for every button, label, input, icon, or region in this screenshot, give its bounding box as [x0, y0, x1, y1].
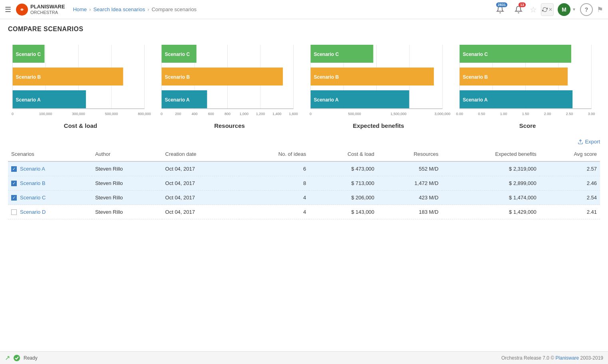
row-resources-1: 1,472 M/D	[378, 176, 442, 191]
svg-text:1,600: 1,600	[289, 112, 298, 116]
row-resources-0: 552 M/D	[378, 161, 442, 176]
row-author-1: Steven Rillo	[92, 176, 162, 191]
row-name-0: ✓Scenario A	[8, 161, 92, 176]
activity-button[interactable]: 2831	[493, 2, 507, 17]
status-left: ↗ Ready	[5, 354, 38, 362]
header: ☰ PLANISWARE ORCHESTRA Home › Search Ide…	[0, 0, 608, 19]
ready-icon	[13, 354, 20, 362]
svg-text:Scenario C: Scenario C	[165, 52, 190, 57]
chart-0: Scenario CScenario BScenario A0100,00030…	[8, 41, 153, 129]
svg-text:1,200: 1,200	[256, 112, 265, 116]
col-header-2: Creation date	[162, 147, 239, 161]
row-checkbox-1[interactable]: ✓	[11, 181, 17, 186]
svg-text:0: 0	[161, 112, 163, 116]
svg-text:200: 200	[175, 112, 181, 116]
row-date-0: Oct 04, 2017	[162, 161, 239, 176]
svg-text:800,000: 800,000	[138, 112, 151, 116]
row-date-1: Oct 04, 2017	[162, 176, 239, 191]
svg-text:1,000: 1,000	[239, 112, 248, 116]
row-score-0: 2.57	[540, 161, 600, 176]
chart-title-0: Cost & load	[64, 122, 97, 129]
svg-text:2.00: 2.00	[544, 112, 551, 116]
svg-text:2.50: 2.50	[566, 112, 573, 116]
row-benefits-0: $ 2,319,000	[442, 161, 540, 176]
row-date-3: Oct 04, 2017	[162, 205, 239, 219]
row-author-3: Steven Rillo	[92, 205, 162, 219]
flag-button[interactable]: ⚑	[597, 5, 603, 14]
col-header-6: Expected benefits	[442, 147, 540, 161]
table-row: Scenario DSteven RilloOct 04, 20174$ 143…	[8, 205, 600, 219]
row-score-2: 2.54	[540, 191, 600, 205]
row-cost-3: $ 143,000	[309, 205, 378, 219]
col-header-0: Scenarios	[8, 147, 92, 161]
breadcrumb-home[interactable]: Home	[73, 6, 87, 12]
export-button[interactable]: Export	[578, 139, 600, 145]
svg-text:1.00: 1.00	[500, 112, 507, 116]
menu-icon[interactable]: ☰	[5, 5, 11, 14]
main-content: COMPARE SCENARIOS Scenario CScenario BSc…	[0, 19, 608, 351]
svg-text:0: 0	[12, 112, 14, 116]
row-checkbox-3[interactable]	[11, 209, 17, 215]
row-checkbox-2[interactable]: ✓	[11, 195, 17, 201]
breadcrumb-search[interactable]: Search Idea scenarios	[93, 6, 145, 12]
svg-text:Scenario A: Scenario A	[314, 97, 339, 103]
row-ideas-0: 6	[239, 161, 309, 176]
breadcrumb-sep1: ›	[89, 6, 91, 12]
svg-text:1,500,000: 1,500,000	[390, 112, 406, 116]
favorite-button[interactable]: ☆	[530, 5, 537, 14]
planisware-link[interactable]: Planisware	[556, 355, 579, 361]
avatar-dropdown-icon: ▼	[572, 7, 576, 12]
notification-badge: 13	[519, 2, 526, 7]
close-icon: ✕	[548, 7, 552, 12]
row-ideas-1: 8	[239, 176, 309, 191]
row-benefits-2: $ 1,474,000	[442, 191, 540, 205]
scenarios-table: ScenariosAuthorCreation dateNo. of ideas…	[8, 147, 600, 219]
row-score-3: 2.41	[540, 205, 600, 219]
chart-title-2: Expected benefits	[353, 122, 404, 129]
svg-text:1,400: 1,400	[272, 112, 282, 116]
notification-button[interactable]: 13	[511, 2, 526, 17]
header-right: 2831 13 ☆ ✕ M ▼ ? ⚑	[493, 2, 603, 17]
row-name-3: Scenario D	[8, 205, 92, 219]
svg-text:500,000: 500,000	[348, 112, 361, 116]
table-actions: Export	[8, 139, 600, 145]
breadcrumb: Home › Search Idea scenarios › Compare s…	[73, 6, 493, 12]
svg-text:800: 800	[225, 112, 230, 116]
row-author-2: Steven Rillo	[92, 191, 162, 205]
row-checkbox-0[interactable]: ✓	[11, 166, 17, 172]
row-score-1: 2.46	[540, 176, 600, 191]
charts-row: Scenario CScenario BScenario A0100,00030…	[8, 41, 600, 129]
row-resources-2: 423 M/D	[378, 191, 442, 205]
chart-3: Scenario CScenario BScenario A0.000.501.…	[455, 41, 600, 129]
activity-badge: 2831	[496, 2, 507, 7]
page-title: COMPARE SCENARIOS	[8, 26, 600, 33]
status-version: Orchestra Release 7.0 © Planisware 2003-…	[501, 355, 603, 361]
row-ideas-3: 4	[239, 205, 309, 219]
table-row: ✓Scenario BSteven RilloOct 04, 20178$ 71…	[8, 176, 600, 191]
sync-button[interactable]: ✕	[541, 3, 554, 16]
row-cost-2: $ 206,000	[309, 191, 378, 205]
col-header-7: Avg score	[540, 147, 600, 161]
row-cost-0: $ 473,000	[309, 161, 378, 176]
user-avatar: M	[558, 3, 570, 16]
help-button[interactable]: ?	[580, 3, 593, 16]
table-row: ✓Scenario CSteven RilloOct 04, 20174$ 20…	[8, 191, 600, 205]
svg-text:400: 400	[191, 112, 197, 116]
col-header-5: Resources	[378, 147, 442, 161]
row-benefits-1: $ 2,899,000	[442, 176, 540, 191]
logo-icon	[16, 4, 28, 16]
svg-text:Scenario B: Scenario B	[16, 74, 41, 80]
svg-text:Scenario A: Scenario A	[16, 97, 41, 103]
svg-text:Scenario C: Scenario C	[314, 52, 339, 57]
row-author-0: Steven Rillo	[92, 161, 162, 176]
svg-point-75	[14, 355, 20, 361]
row-benefits-3: $ 1,429,000	[442, 205, 540, 219]
row-name-2: ✓Scenario C	[8, 191, 92, 205]
status-text: Ready	[24, 355, 38, 361]
user-menu[interactable]: M ▼	[558, 3, 576, 16]
svg-text:600: 600	[208, 112, 214, 116]
chart-2: Scenario CScenario BScenario A0500,0001,…	[306, 41, 451, 129]
status-icon: ↗	[5, 354, 10, 362]
svg-text:100,000: 100,000	[39, 112, 52, 116]
col-header-3: No. of ideas	[239, 147, 309, 161]
